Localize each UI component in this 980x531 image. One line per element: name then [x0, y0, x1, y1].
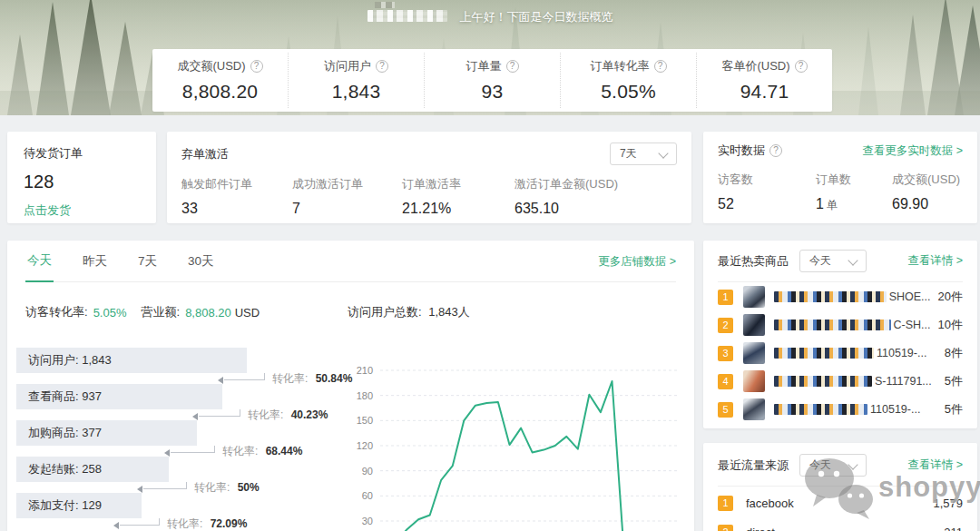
stat-orders: 订单量 93: [424, 53, 560, 108]
funnel-connector: [199, 409, 240, 417]
traffic-period-select[interactable]: 今天: [799, 454, 867, 477]
stat-label: 成交额(USD): [177, 59, 245, 73]
traffic-row: 1 facebook 1,579: [718, 491, 963, 516]
rank-badge: 2: [718, 525, 733, 531]
period-tabs: 今天 昨天 7天 30天 更多店铺数据 >: [25, 241, 676, 282]
visitor-conversion-label: 访客转化率:: [25, 304, 88, 320]
visitor-conversion-value: 5.05%: [93, 306, 127, 320]
abandoned-cart-title: 弃单激活: [181, 146, 229, 162]
selected-period: 今天: [809, 253, 831, 269]
product-row[interactable]: 1 SHOE... 20件: [718, 283, 963, 310]
traffic-source-count: 211: [944, 526, 963, 531]
product-qty: 5件: [945, 373, 963, 389]
traffic-sources-panel: 最近流量来源 今天 查看详情 > 1 facebook 1,579 2 dire…: [703, 443, 977, 531]
tab-7days[interactable]: 7天: [136, 253, 159, 281]
product-row[interactable]: 5 110519-... 5件: [718, 396, 963, 423]
funnel-stage: 添加支付: 129: [16, 493, 142, 518]
funnel-connector: [224, 373, 265, 380]
masked-watermark-fragment: [375, 2, 395, 8]
traffic-row: 2 direct 211: [718, 520, 963, 531]
traffic-source-name: facebook: [746, 497, 933, 510]
product-thumbnail: [743, 286, 765, 308]
stat-conversion-rate: 订单转化率 5.05%: [560, 53, 696, 108]
conversion-rate-label: 转化率: 50%: [194, 480, 260, 496]
rank-badge: 4: [718, 374, 733, 389]
product-thumbnail: [743, 398, 765, 420]
svg-text:60: 60: [362, 490, 373, 501]
tab-yesterday[interactable]: 昨天: [81, 253, 109, 281]
stat-value: 8,808.20: [152, 81, 288, 103]
help-icon[interactable]: [795, 60, 808, 73]
realtime-stat-orders: 订单数 1单: [816, 172, 892, 213]
svg-text:30: 30: [362, 516, 373, 526]
rank-badge: 1: [718, 496, 733, 511]
stat-aov: 客单价(USD) 94.71: [696, 53, 832, 108]
funnel-conversion: 转化率: 50%: [16, 482, 343, 493]
stat-value: 93: [425, 81, 560, 103]
visits-chart-title: 访问用户总数: 1,843人: [348, 304, 470, 320]
more-store-data-link[interactable]: 更多店铺数据 >: [598, 254, 676, 270]
svg-text:150: 150: [357, 415, 373, 426]
svg-text:90: 90: [362, 466, 373, 477]
traffic-details-link[interactable]: 查看详情 >: [907, 457, 963, 473]
funnel-conversion: 转化率: 72.09%: [16, 518, 343, 529]
realtime-title: 实时数据: [718, 143, 782, 159]
hot-products-period-select[interactable]: 今天: [799, 250, 867, 272]
hot-products-details-link[interactable]: 查看详情 >: [907, 253, 963, 269]
conversion-rate-label: 转化率: 68.44%: [222, 444, 302, 459]
product-row[interactable]: 3 110519-... 8件: [718, 339, 963, 367]
selected-period: 7天: [620, 146, 637, 162]
dashboard: 上午好！下面是今日数据概览 成交额(USD) 8,808.20 访问用户 1,8…: [0, 0, 980, 531]
svg-text:210: 210: [357, 365, 373, 376]
help-icon[interactable]: [769, 144, 782, 157]
stat-value: 94.71: [697, 81, 832, 103]
abandoned-stat-triggered: 触发邮件订单 33: [181, 176, 292, 217]
revenue-label: 营业额:: [142, 304, 181, 320]
traffic-sources-title: 最近流量来源: [718, 457, 789, 474]
product-qty: 8件: [945, 345, 963, 361]
help-icon[interactable]: [376, 60, 388, 73]
ship-now-link[interactable]: 点击发货: [24, 202, 140, 219]
product-qty: 20件: [938, 289, 963, 305]
funnel-stage: 加购商品: 377: [16, 420, 197, 446]
more-realtime-link[interactable]: 查看更多实时数据 >: [862, 143, 963, 159]
stat-value: 1,843: [289, 81, 424, 103]
realtime-stat-gmv: 成交额(USD) 69.90: [892, 172, 963, 213]
pending-orders-card: 待发货订单 128 点击发货: [7, 132, 156, 223]
tab-today[interactable]: 今天: [25, 252, 54, 282]
stat-visitors: 访问用户 1,843: [288, 53, 424, 108]
funnel-conversion: 转化率: 40.23%: [16, 409, 343, 420]
product-thumbnail: [743, 370, 765, 392]
help-icon[interactable]: [250, 60, 263, 73]
product-row[interactable]: 2 C-SH... 10件: [718, 311, 963, 339]
conversion-rate-label: 转化率: 40.23%: [248, 408, 328, 423]
rank-badge: 3: [718, 346, 733, 361]
abandoned-stat-amount: 激活订单金额(USD) 635.10: [514, 176, 677, 217]
funnel-chart: 访问用户: 1,843转化率: 50.84%查看商品: 937转化率: 40.2…: [16, 348, 343, 529]
product-name-masked: C-SH...: [774, 319, 931, 331]
svg-text:180: 180: [357, 390, 373, 401]
funnel-connector: [171, 446, 215, 453]
rank-badge: 5: [718, 402, 733, 418]
hot-products-panel: 最近热卖商品 今天 查看详情 > 1 SHOE... 20件 2 C-SH...…: [703, 241, 977, 428]
product-name-masked: S-111791...: [774, 375, 937, 388]
abandoned-stat-rate: 订单激活率 21.21%: [402, 176, 514, 217]
product-name-masked: 110519-...: [774, 403, 937, 416]
tab-30days[interactable]: 30天: [186, 253, 216, 281]
abandoned-period-select[interactable]: 7天: [610, 143, 677, 165]
product-name-masked: 110519-...: [774, 347, 937, 359]
product-row[interactable]: 4 S-111791... 5件: [718, 368, 963, 395]
realtime-stat-visitors: 访客数 52: [718, 172, 816, 213]
help-icon[interactable]: [506, 60, 519, 73]
funnel-stage: 访问用户: 1,843: [16, 348, 247, 373]
revenue-unit: USD: [235, 306, 260, 320]
traffic-source-name: direct: [746, 526, 944, 531]
pending-orders-count: 128: [24, 172, 140, 192]
panel-metrics: 访客转化率: 5.05% 营业额: 8,808.20 USD: [25, 304, 348, 320]
visits-line-chart: 210180150120906030: [348, 336, 685, 531]
stat-label: 客单价(USD): [721, 59, 789, 73]
overview-stats-card: 成交额(USD) 8,808.20 访问用户 1,843 订单量 93 订单转化…: [152, 49, 832, 112]
abandoned-cart-card: 弃单激活 7天 触发邮件订单 33 成功激活订单 7 订单激活率 21.21% …: [167, 132, 691, 223]
product-qty: 5件: [945, 401, 963, 418]
help-icon[interactable]: [654, 60, 667, 73]
